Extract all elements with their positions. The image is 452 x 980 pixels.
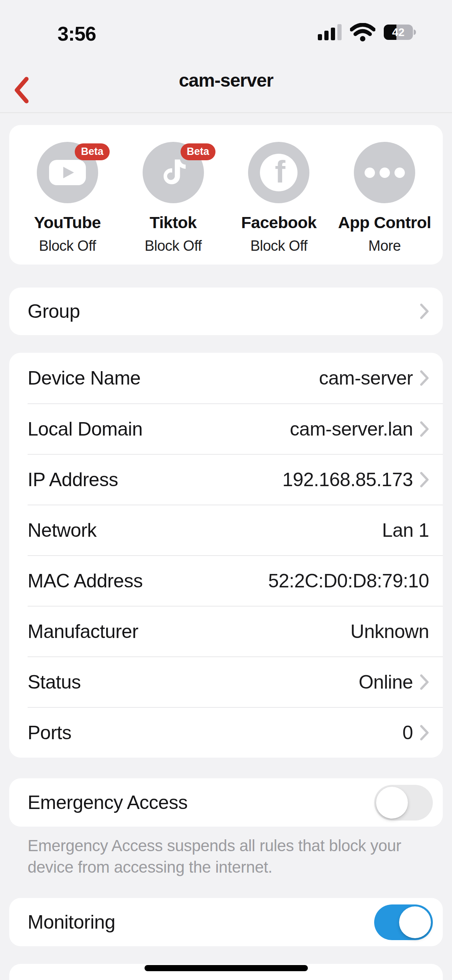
- chevron-right-icon: [420, 674, 429, 691]
- row-label: Local Domain: [28, 418, 290, 440]
- group-label: Group: [28, 300, 413, 322]
- row-label: Ports: [28, 722, 403, 744]
- nav-bar: cam-server: [0, 58, 452, 113]
- app-name: Tiktok: [120, 213, 226, 232]
- row-label: IP Address: [28, 469, 282, 491]
- youtube-icon: Beta: [37, 142, 98, 203]
- row-network: Network Lan 1: [28, 505, 443, 555]
- wifi-icon: [350, 23, 375, 41]
- toggle-knob: [399, 906, 431, 938]
- row-mac-address: MAC Address 52:2C:D0:D8:79:10: [28, 555, 443, 606]
- row-ip-address[interactable]: IP Address 192.168.85.173: [28, 454, 443, 505]
- row-value: 0: [403, 722, 413, 744]
- status-time: 3:56: [58, 22, 96, 45]
- tiktok-icon: Beta: [143, 142, 204, 203]
- row-device-name[interactable]: Device Name cam-server: [28, 353, 443, 403]
- app-tile-tiktok[interactable]: Beta Tiktok Block Off: [120, 142, 226, 265]
- row-label: Status: [28, 671, 358, 693]
- cellular-signal-icon: [318, 24, 342, 40]
- app-name: Facebook: [226, 213, 332, 232]
- chevron-right-icon: [420, 471, 429, 488]
- row-label: Device Name: [28, 367, 319, 389]
- page-title: cam-server: [0, 70, 452, 91]
- monitoring-card: Monitoring: [9, 898, 443, 946]
- battery-icon: 42: [384, 25, 416, 40]
- row-value: cam-server.lan: [290, 418, 413, 440]
- status-icons: 42: [318, 23, 416, 41]
- row-value: Unknown: [350, 620, 429, 643]
- app-status: More: [332, 238, 437, 254]
- beta-badge: Beta: [75, 143, 110, 160]
- row-label: Network: [28, 519, 382, 541]
- beta-badge: Beta: [181, 143, 215, 160]
- emergency-access-label: Emergency Access: [28, 791, 374, 814]
- app-status: Block Off: [15, 238, 120, 254]
- row-label: Manufacturer: [28, 620, 350, 643]
- emergency-access-toggle[interactable]: [374, 785, 433, 821]
- facebook-icon: f: [248, 142, 309, 203]
- group-row[interactable]: Group: [9, 288, 443, 335]
- chevron-right-icon: [420, 370, 429, 386]
- row-value: 52:2C:D0:D8:79:10: [268, 570, 429, 592]
- home-indicator[interactable]: [145, 965, 308, 971]
- row-local-domain[interactable]: Local Domain cam-server.lan: [28, 403, 443, 454]
- chevron-right-icon: [420, 421, 429, 437]
- monitoring-toggle[interactable]: [374, 904, 433, 940]
- row-label: MAC Address: [28, 570, 268, 592]
- app-status: Block Off: [120, 238, 226, 254]
- chevron-right-icon: [420, 724, 429, 741]
- status-bar: 3:56 42: [0, 0, 452, 58]
- monitoring-label: Monitoring: [28, 911, 374, 933]
- row-manufacturer: Manufacturer Unknown: [28, 606, 443, 656]
- row-value: Lan 1: [382, 519, 429, 541]
- emergency-access-description: Emergency Access suspends all rules that…: [28, 835, 411, 878]
- ellipsis-icon: [354, 142, 415, 203]
- row-status[interactable]: Status Online: [28, 656, 443, 707]
- app-name: YouTube: [15, 213, 120, 232]
- app-status: Block Off: [226, 238, 332, 254]
- app-tile-youtube[interactable]: Beta YouTube Block Off: [15, 142, 120, 265]
- toggle-knob: [376, 787, 408, 819]
- chevron-right-icon: [420, 303, 429, 320]
- app-name: App Control: [332, 213, 437, 232]
- row-value: Online: [358, 671, 413, 693]
- battery-percent: 42: [384, 25, 413, 40]
- app-tile-facebook[interactable]: f Facebook Block Off: [226, 142, 332, 265]
- row-value: cam-server: [319, 367, 413, 389]
- row-value: 192.168.85.173: [282, 469, 413, 491]
- device-info-card: Device Name cam-server Local Domain cam-…: [9, 353, 443, 758]
- row-ports[interactable]: Ports 0: [28, 707, 443, 758]
- app-controls-card: Beta YouTube Block Off Beta Tiktok Block…: [9, 125, 443, 265]
- app-tile-app-control[interactable]: App Control More: [332, 142, 437, 265]
- emergency-access-card: Emergency Access: [9, 778, 443, 827]
